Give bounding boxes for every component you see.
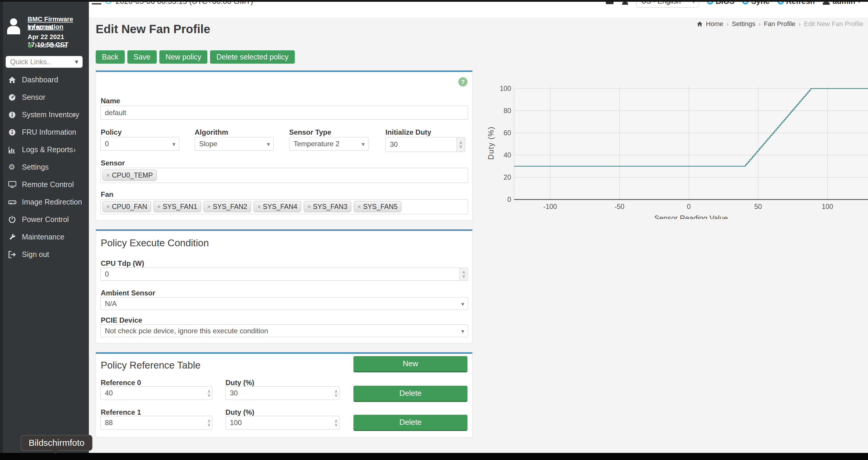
sidebar-item-system-inventory[interactable]: System Inventory › — [0, 106, 89, 124]
algorithm-select[interactable]: Slope — [195, 137, 274, 151]
sidebar-item-sign-out[interactable]: Sign out — [0, 246, 89, 263]
ambient-sensor-label: Ambient Sensor — [101, 289, 155, 297]
pcie-device-label: PCIE Device — [101, 316, 142, 324]
fan-duty-chart: 020406080100-100-50050100Sensor Reading … — [486, 83, 868, 219]
sidebar-item-settings[interactable]: ⚙ Settings — [0, 158, 89, 176]
spinner-arrows-icon[interactable]: ∧∨ — [460, 268, 468, 280]
save-button[interactable]: Save — [127, 50, 157, 64]
sidebar-item-logs-reports[interactable]: Logs & Reports › — [0, 141, 89, 158]
sidebar-item-fru-information[interactable]: FRU Information — [0, 124, 89, 141]
sensor-multiselect[interactable]: × CPU0_TEMP — [100, 168, 468, 183]
duty-0-stepper[interactable]: ∧∨ — [225, 386, 340, 400]
language-value: US - English — [641, 2, 692, 5]
new-policy-button[interactable]: New policy — [159, 50, 208, 64]
sidebar-item-image-redirection[interactable]: Image Redirection — [0, 193, 89, 211]
reference-0-input[interactable] — [100, 386, 212, 400]
policy-select[interactable]: 0 — [100, 137, 179, 151]
language-select[interactable]: US - English — [636, 2, 699, 8]
duty-1-label: Duty (%) — [225, 408, 254, 417]
spinner-arrows-icon[interactable]: ∧∨ — [207, 419, 211, 427]
help-icon[interactable]: ? — [458, 77, 467, 87]
breadcrumb-settings[interactable]: Settings — [732, 20, 755, 28]
svg-text:-50: -50 — [614, 203, 624, 210]
pcie-device-select[interactable]: Not check pcie device, ignore this execu… — [100, 324, 468, 337]
reference-0-stepper[interactable]: ∧∨ — [100, 386, 212, 400]
breadcrumb-separator: › — [799, 21, 801, 28]
reference-1-input[interactable] — [100, 416, 212, 429]
navbar-right: US - English BIOS Sync Refresh admin — [606, 2, 861, 8]
remove-tag-icon[interactable]: × — [106, 172, 110, 179]
chevron-right-icon: › — [73, 146, 76, 154]
sidebar-item-sensor[interactable]: Sensor — [0, 89, 89, 106]
fan-tag[interactable]: ×SYS_FAN1 — [153, 201, 201, 212]
remove-tag-icon[interactable]: × — [207, 203, 211, 210]
sensor-type-select[interactable]: Temperature 2 — [289, 137, 369, 151]
navbar-left: 2020-05-06 00:55:15 (UTC+00:00 GMT) — [92, 2, 253, 8]
spinner-arrows-icon[interactable]: ∧∨ — [335, 389, 338, 397]
sensor-tag[interactable]: × CPU0_TEMP — [102, 170, 157, 181]
fan-tag[interactable]: ×SYS_FAN5 — [354, 201, 401, 212]
sidebar-item-dashboard[interactable]: Dashboard — [0, 71, 89, 89]
new-reference-button[interactable]: New — [353, 356, 467, 372]
sidebar-item-power-control[interactable]: Power Control — [0, 211, 89, 228]
breadcrumb-home[interactable]: Home — [706, 20, 723, 28]
delete-reference-0-button[interactable]: Delete — [353, 386, 467, 402]
duty-1-stepper[interactable]: ∧∨ — [225, 416, 340, 429]
bios-button[interactable]: BIOS — [707, 2, 735, 6]
duty-1-input[interactable] — [225, 416, 340, 429]
ambient-sensor-select[interactable]: N/A — [100, 297, 468, 310]
chevron-down-icon — [75, 58, 78, 66]
mail-icon[interactable] — [606, 2, 614, 4]
remove-tag-icon[interactable]: × — [106, 203, 110, 210]
duty-0-input[interactable] — [225, 386, 340, 400]
policy-label: Policy — [101, 128, 122, 136]
spinner-arrows-icon[interactable]: ∧∨ — [457, 137, 465, 152]
bios-icon — [707, 2, 713, 4]
fan-tag[interactable]: ×CPU0_FAN — [102, 201, 151, 212]
reference-1-stepper[interactable]: ∧∨ — [100, 416, 212, 429]
breadcrumb: Home › Settings › Fan Profile › Edit New… — [697, 20, 863, 28]
user-alert-icon[interactable] — [622, 2, 629, 5]
remove-tag-icon[interactable]: × — [358, 203, 361, 210]
refresh-button[interactable]: Refresh — [777, 2, 815, 6]
initialize-duty-stepper[interactable]: ∧∨ — [385, 137, 465, 152]
spinner-arrows-icon[interactable]: ∧∨ — [335, 419, 338, 427]
fan-multiselect[interactable]: ×CPU0_FAN ×SYS_FAN1 ×SYS_FAN2 ×SYS_FAN4 … — [100, 199, 468, 214]
sidebar-item-label: System Inventory — [22, 110, 79, 119]
home-icon — [697, 21, 703, 27]
bar-chart-icon — [8, 146, 17, 154]
sidebar-item-label: Settings — [22, 163, 49, 171]
sidebar-item-maintenance[interactable]: Maintenance — [0, 228, 89, 246]
breadcrumb-fan-profile[interactable]: Fan Profile — [764, 20, 795, 28]
window-top-strip — [0, 0, 868, 2]
remove-tag-icon[interactable]: × — [257, 203, 261, 210]
sidebar-item-label: Sign out — [22, 250, 49, 259]
initialize-duty-input[interactable] — [385, 137, 465, 152]
delete-reference-1-button[interactable]: Delete — [353, 415, 467, 431]
fan-tag-label: CPU0_FAN — [112, 203, 147, 211]
duty-0-label: Duty (%) — [225, 379, 254, 387]
reference-0-label: Reference 0 — [101, 379, 141, 387]
user-menu[interactable]: admin — [823, 2, 861, 6]
fan-tag[interactable]: ×SYS_FAN4 — [254, 201, 301, 212]
host-online-dot-icon — [28, 43, 32, 48]
quick-links-select[interactable]: Quick Links.. — [6, 56, 83, 68]
back-button[interactable]: Back — [96, 50, 125, 64]
sidebar-item-label: FRU Information — [22, 128, 76, 136]
info-circle-icon — [8, 111, 17, 119]
cpu-tdp-stepper[interactable]: ∧∨ — [100, 268, 468, 281]
fan-tag-label: SYS_FAN1 — [163, 203, 197, 211]
cpu-tdp-input[interactable] — [100, 268, 468, 281]
hamburger-menu-icon[interactable] — [92, 2, 101, 4]
spinner-arrows-icon[interactable]: ∧∨ — [207, 389, 211, 397]
remove-tag-icon[interactable]: × — [308, 203, 311, 210]
fan-tag[interactable]: ×SYS_FAN2 — [204, 201, 251, 212]
sidebar-item-remote-control[interactable]: Remote Control — [0, 176, 89, 193]
name-input[interactable] — [100, 106, 468, 120]
svg-text:20: 20 — [504, 173, 511, 181]
sync-button[interactable]: Sync — [742, 2, 769, 6]
fan-tag[interactable]: ×SYS_FAN3 — [304, 201, 351, 212]
sensor-type-label: Sensor Type — [289, 128, 331, 136]
delete-selected-policy-button[interactable]: Delete selected policy — [210, 50, 294, 64]
remove-tag-icon[interactable]: × — [157, 203, 161, 210]
